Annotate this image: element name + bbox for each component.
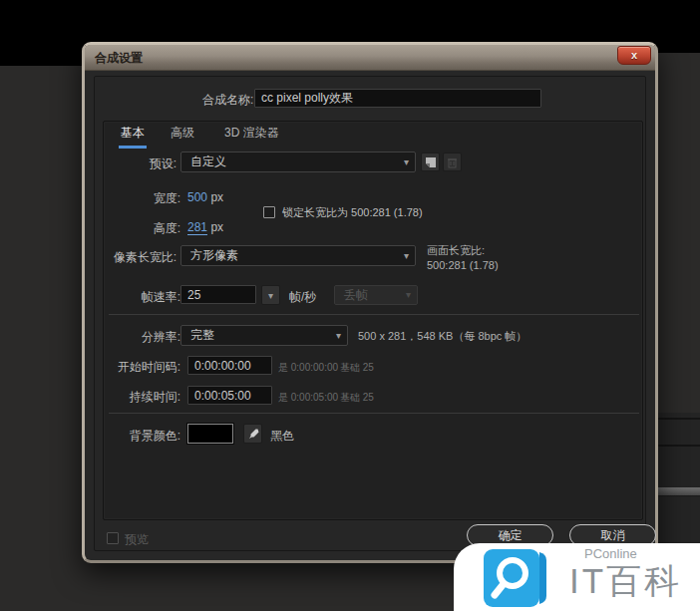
- close-button[interactable]: x: [617, 46, 651, 65]
- start-timecode-input[interactable]: [187, 356, 272, 375]
- settings-card: [103, 121, 643, 520]
- bottom-left-black-area: [0, 0, 82, 66]
- framerate-unit: 帧/秒: [289, 289, 316, 306]
- panel-divider: [658, 418, 700, 420]
- separator: [109, 413, 639, 414]
- chevron-down-icon: ▾: [268, 290, 273, 301]
- preset-label: 预设:: [105, 155, 176, 172]
- chevron-down-icon: ▾: [336, 326, 341, 345]
- bg-color-swatch[interactable]: [187, 424, 233, 444]
- tab-advanced[interactable]: 高级: [171, 125, 194, 142]
- dropframe-value: 丢帧: [344, 288, 368, 302]
- duration-is: 是 0:00:05:00: [278, 391, 338, 405]
- width-label: 宽度:: [105, 190, 180, 207]
- bg-color-name: 黑色: [270, 428, 294, 445]
- right-panel-strip: [658, 413, 700, 558]
- bg-color-label: 背景颜色:: [99, 428, 180, 445]
- preview-checkbox[interactable]: [107, 532, 119, 544]
- tab-basic[interactable]: 基本: [121, 125, 145, 142]
- resolution-value: 完整: [190, 328, 214, 342]
- eyedropper-button[interactable]: [243, 424, 262, 444]
- trash-icon: [447, 156, 458, 168]
- chevron-down-icon: ▾: [404, 246, 409, 265]
- height-unit: px: [210, 220, 223, 234]
- scrollbar-thumb[interactable]: [658, 486, 700, 496]
- start-timecode-base: 基础 25: [340, 361, 374, 375]
- lock-aspect-label: 锁定长宽比为 500:281 (1.78): [282, 205, 423, 220]
- resolution-info: 500 x 281，548 KB（每 8bpc 帧）: [358, 329, 526, 344]
- preset-dropdown[interactable]: 自定义 ▾: [180, 152, 416, 172]
- composition-name-input[interactable]: [254, 89, 541, 108]
- height-value[interactable]: 281 px: [187, 220, 223, 234]
- framerate-label: 帧速率:: [105, 289, 180, 306]
- width-unit: px: [210, 190, 223, 204]
- duration-label: 持续时间:: [99, 389, 180, 406]
- watermark-logo-icon: [482, 548, 551, 611]
- save-preset-button[interactable]: [421, 153, 440, 171]
- chevron-down-icon: ▾: [404, 153, 409, 171]
- frame-aspect-label: 画面长宽比:: [427, 243, 485, 258]
- watermark: PConline IT百科: [454, 543, 700, 611]
- framerate-dropdown-button[interactable]: ▾: [261, 285, 280, 305]
- eyedropper-icon: [247, 428, 259, 440]
- duration-input[interactable]: [187, 386, 272, 405]
- preview-label: 预览: [125, 531, 149, 548]
- chevron-down-icon: ▾: [406, 286, 411, 304]
- framerate-input[interactable]: [180, 285, 256, 304]
- width-number[interactable]: 500: [187, 190, 207, 204]
- screen: 0:00:00:00 T □ ≡ ♣ * \ 合成设置 x 合成名称: 基本 高…: [0, 0, 700, 611]
- lock-aspect-checkbox[interactable]: [263, 206, 275, 218]
- save-preset-icon: [425, 156, 437, 168]
- tab-3d-renderer[interactable]: 3D 渲染器: [224, 125, 279, 142]
- pixel-aspect-value: 方形像素: [190, 248, 238, 262]
- dialog-titlebar[interactable]: 合成设置: [85, 45, 655, 71]
- dialog-title: 合成设置: [95, 50, 143, 67]
- preset-value: 自定义: [190, 154, 226, 168]
- pixel-aspect-label: 像素长宽比:: [99, 249, 176, 266]
- width-value[interactable]: 500 px: [187, 190, 223, 204]
- delete-preset-button[interactable]: [443, 153, 462, 171]
- dropframe-dropdown: 丢帧 ▾: [334, 285, 418, 305]
- start-timecode-label: 开始时间码:: [99, 359, 180, 376]
- panel-divider: [658, 445, 700, 447]
- start-timecode-is: 是 0:00:00:00: [278, 361, 338, 375]
- separator: [109, 314, 639, 315]
- height-label: 高度:: [105, 220, 180, 237]
- height-number[interactable]: 281: [187, 220, 207, 235]
- pixel-aspect-dropdown[interactable]: 方形像素 ▾: [180, 245, 416, 266]
- composition-settings-dialog: 合成设置 x 合成名称: 基本 高级 3D 渲染器 预设: 自定义 ▾ 宽度:: [82, 42, 658, 563]
- resolution-label: 分辨率:: [105, 329, 180, 346]
- resolution-dropdown[interactable]: 完整 ▾: [180, 325, 348, 346]
- duration-base: 基础 25: [340, 391, 374, 405]
- frame-aspect-value: 500:281 (1.78): [427, 259, 499, 271]
- watermark-title: IT百科: [569, 558, 682, 605]
